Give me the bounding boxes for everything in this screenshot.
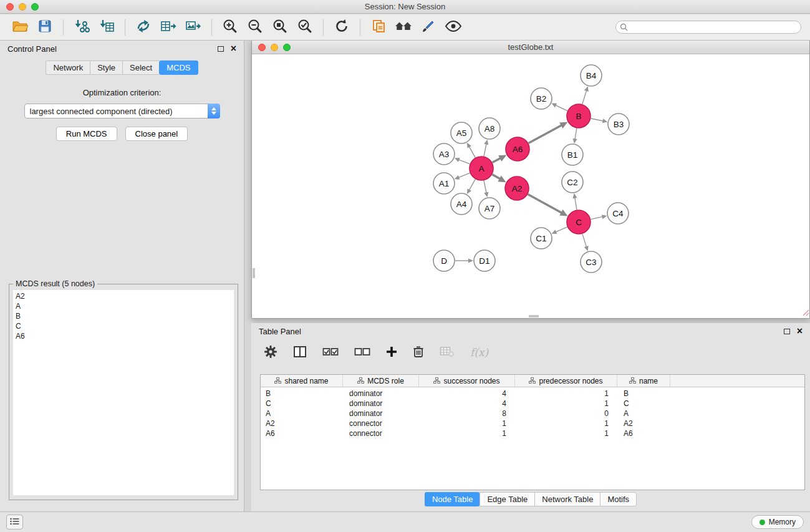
new-network-button[interactable] <box>133 17 154 37</box>
network-zoom-button[interactable] <box>283 44 291 51</box>
result-list-item[interactable]: A <box>16 301 231 311</box>
graph-edge[interactable] <box>528 195 568 216</box>
graph-node-C4[interactable]: C4 <box>607 203 629 224</box>
close-panel-button[interactable]: Close panel <box>125 127 188 141</box>
graph-edge[interactable] <box>591 118 608 123</box>
graph-edge[interactable] <box>551 104 567 111</box>
copy-style-button[interactable] <box>368 17 389 37</box>
run-mcds-button[interactable]: Run MCDS <box>56 127 117 141</box>
tab-select[interactable]: Select <box>122 60 159 75</box>
optimization-criterion-dropdown[interactable]: largest connected component (directed) <box>24 104 220 118</box>
result-list-item[interactable]: A2 <box>16 291 231 301</box>
zoom-in-button[interactable] <box>219 17 241 37</box>
graph-edge[interactable] <box>484 140 488 157</box>
tab-style[interactable]: Style <box>90 60 122 75</box>
graph-node-B3[interactable]: B3 <box>608 114 629 135</box>
table-settings-button[interactable] <box>264 345 277 360</box>
show-columns-button[interactable] <box>293 346 307 360</box>
zoom-selected-button[interactable] <box>294 17 316 37</box>
graph-edge[interactable] <box>467 179 475 194</box>
graph-edge[interactable] <box>467 143 475 158</box>
show-graphics-details-button[interactable] <box>443 17 464 37</box>
graph-edge[interactable] <box>582 86 589 104</box>
tab-network[interactable]: Network <box>46 60 90 75</box>
zoom-window-button[interactable] <box>31 3 39 11</box>
result-list-item[interactable]: C <box>16 321 231 331</box>
graph-node-A3[interactable]: A3 <box>433 143 455 165</box>
open-session-button[interactable] <box>9 17 31 37</box>
home-layout-button[interactable] <box>393 17 414 37</box>
memory-button[interactable]: Memory <box>751 515 804 529</box>
add-column-button[interactable] <box>386 346 397 359</box>
table-row[interactable]: Cdominator41C <box>261 399 804 409</box>
import-network-button[interactable] <box>71 17 92 37</box>
zoom-fit-button[interactable] <box>269 17 291 37</box>
search-input[interactable] <box>615 21 801 34</box>
column-header-mcds-role[interactable]: MCDS role <box>343 375 419 387</box>
unselect-all-columns-button[interactable] <box>354 346 370 359</box>
graph-node-B1[interactable]: B1 <box>562 144 583 165</box>
apply-style-button[interactable] <box>418 17 439 37</box>
graph-edge[interactable] <box>455 258 473 263</box>
graph-node-A8[interactable]: A8 <box>479 118 500 139</box>
table-row[interactable]: Bdominator41B <box>261 389 804 399</box>
graph-node-C3[interactable]: C3 <box>581 251 602 273</box>
delete-column-button[interactable] <box>413 346 424 360</box>
mcds-result-list[interactable]: A2ABCA6 <box>13 290 234 495</box>
tab-node-table[interactable]: Node Table <box>425 492 480 506</box>
task-history-button[interactable] <box>6 515 23 530</box>
graph-node-A1[interactable]: A1 <box>433 173 455 194</box>
save-session-button[interactable] <box>34 17 55 37</box>
graph-node-B2[interactable]: B2 <box>531 88 552 109</box>
float-panel-icon[interactable] <box>218 46 224 52</box>
export-table-button[interactable] <box>158 17 179 37</box>
graph-node-C1[interactable]: C1 <box>531 228 552 249</box>
close-panel-icon[interactable]: × <box>231 45 236 52</box>
column-header-shared-name[interactable]: shared name <box>261 375 343 387</box>
graph-node-C[interactable]: C <box>567 210 591 234</box>
table-row[interactable]: A2connector11A2 <box>261 418 804 428</box>
graph-node-A4[interactable]: A4 <box>451 193 472 215</box>
tab-mcds[interactable]: MCDS <box>159 60 198 75</box>
graph-node-D1[interactable]: D1 <box>474 250 495 271</box>
resize-grip-icon[interactable] <box>801 308 809 318</box>
minimize-window-button[interactable] <box>19 3 26 11</box>
graph-node-A5[interactable]: A5 <box>451 122 472 143</box>
zoom-out-button[interactable] <box>244 17 266 37</box>
column-header-name[interactable]: name <box>617 375 670 387</box>
result-list-item[interactable]: B <box>16 311 231 321</box>
column-header-predecessor-nodes[interactable]: predecessor nodes <box>515 375 617 387</box>
tab-edge-table[interactable]: Edge Table <box>480 492 534 506</box>
table-row[interactable]: Adominator80A <box>261 409 804 418</box>
network-graph[interactable]: B4B2BB3A5A8A6B1A3AC2A1A2A4A7C4CC1C3DD1 <box>252 55 809 318</box>
select-all-columns-button[interactable] <box>322 346 339 359</box>
network-minimize-button[interactable] <box>271 44 278 51</box>
graph-edge[interactable] <box>455 158 470 164</box>
tab-network-table[interactable]: Network Table <box>534 492 600 506</box>
horizontal-scroll-thumb[interactable] <box>529 315 539 317</box>
graph-edge[interactable] <box>572 193 577 210</box>
graph-edge[interactable] <box>529 122 568 143</box>
float-table-panel-icon[interactable] <box>784 329 790 334</box>
graph-edge[interactable] <box>484 181 488 198</box>
graph-edge[interactable] <box>573 128 577 143</box>
refresh-layout-button[interactable] <box>331 17 352 37</box>
column-header-successor-nodes[interactable]: successor nodes <box>419 375 515 387</box>
graph-node-C2[interactable]: C2 <box>562 172 583 193</box>
graph-edge[interactable] <box>582 234 589 251</box>
table-row[interactable]: A6connector11A6 <box>261 428 804 438</box>
graph-edge[interactable] <box>591 215 607 220</box>
result-list-item[interactable]: A6 <box>16 331 231 341</box>
graph-edge[interactable] <box>552 227 567 234</box>
graph-edge[interactable] <box>492 175 506 182</box>
tab-motifs[interactable]: Motifs <box>600 492 637 506</box>
graph-node-A2[interactable]: A2 <box>505 177 529 200</box>
close-table-panel-icon[interactable]: × <box>797 327 803 335</box>
graph-node-D[interactable]: D <box>433 250 455 271</box>
graph-node-A6[interactable]: A6 <box>506 137 529 161</box>
graph-edge[interactable] <box>493 155 507 162</box>
vertical-scroll-thumb[interactable] <box>253 268 255 278</box>
close-window-button[interactable] <box>6 3 14 11</box>
graph-node-B4[interactable]: B4 <box>581 65 602 86</box>
export-image-button[interactable] <box>183 17 204 37</box>
